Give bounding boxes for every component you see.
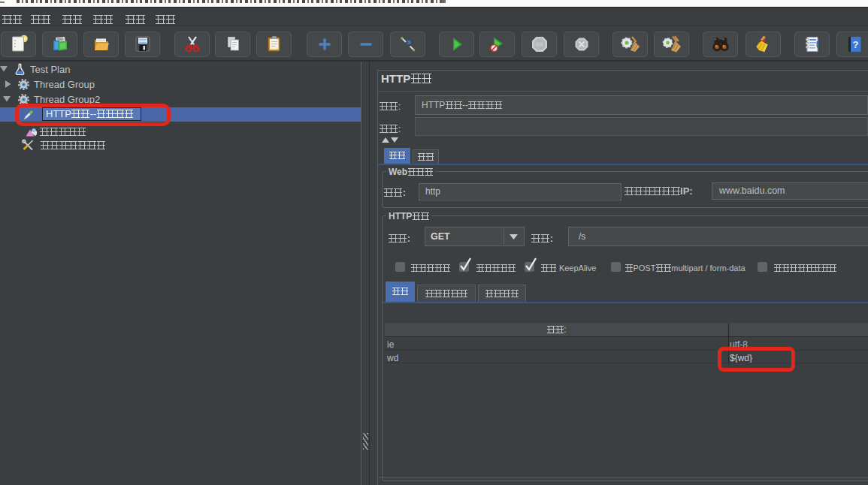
svg-text:?: ? [852, 39, 858, 50]
